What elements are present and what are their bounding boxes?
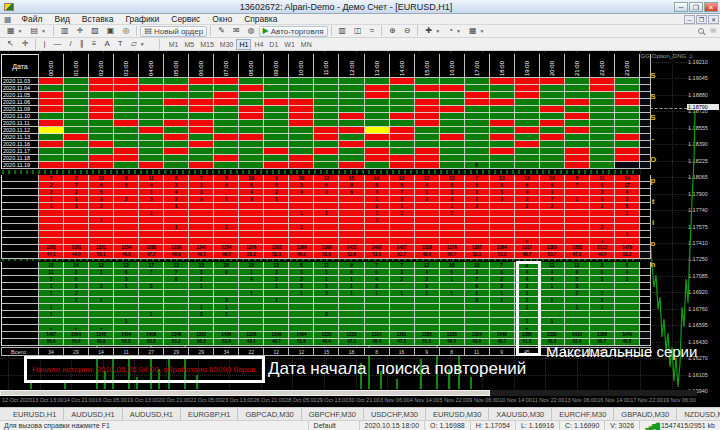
web-button[interactable]: ◍ bbox=[244, 26, 259, 37]
heatmap-cell bbox=[565, 113, 590, 120]
stat-cell bbox=[314, 318, 339, 325]
market-watch-button[interactable]: ▥ bbox=[57, 26, 73, 37]
menu-item[interactable]: Вставка bbox=[76, 14, 120, 24]
stat-cell bbox=[415, 238, 440, 245]
time-axis[interactable]: 12 Oct 202013 Oct 13:0014 Oct 21:0016 Oc… bbox=[2, 397, 696, 403]
vertical-line-button[interactable]: | bbox=[39, 39, 49, 50]
timeframe-mn[interactable]: MN bbox=[298, 39, 315, 50]
chart-tab[interactable]: AUDUSD,H1 bbox=[64, 408, 122, 420]
chart-tab[interactable]: EURUSD,H1 bbox=[6, 408, 64, 420]
heatmap-cell bbox=[264, 99, 289, 106]
heatmap-cell bbox=[114, 148, 139, 155]
community-icon[interactable]: ✉ bbox=[710, 27, 716, 35]
terminal-button[interactable]: ▣ bbox=[103, 26, 119, 37]
timeframe-m15[interactable]: M15 bbox=[197, 39, 217, 50]
stat-cell: 3 bbox=[89, 269, 114, 276]
time-tick-label: 5 Nov 22:00 bbox=[440, 397, 470, 403]
timeframe-w1[interactable]: W1 bbox=[281, 39, 298, 50]
strategy-tester-button[interactable]: ◎ bbox=[118, 26, 133, 37]
stat-cell bbox=[139, 231, 164, 238]
timeframe-d1[interactable]: D1 bbox=[266, 39, 281, 50]
timeframe-m30[interactable]: M30 bbox=[217, 39, 237, 50]
chart-tab[interactable]: EURGBP,H1 bbox=[181, 408, 238, 420]
child-restore-button[interactable]: ❐ bbox=[696, 15, 707, 24]
stat-cell: 1 bbox=[189, 304, 214, 311]
chart-tab[interactable]: NZDUSD,M30 bbox=[677, 408, 720, 420]
chart-line-button[interactable]: ≈ bbox=[366, 26, 378, 37]
profiles-button[interactable]: ▤▼ bbox=[27, 26, 51, 37]
chart-tab[interactable]: EURCHF,M30 bbox=[552, 408, 614, 420]
periods-button[interactable]: ◔▼ bbox=[444, 26, 465, 37]
metaeditor-button[interactable]: ✎ bbox=[214, 26, 229, 37]
data-window-button[interactable]: ✛ bbox=[73, 26, 88, 37]
channel-button[interactable]: ∥ bbox=[76, 39, 88, 50]
menu-item[interactable]: Графики bbox=[119, 14, 165, 24]
chart-hscrollbar-thumb[interactable] bbox=[0, 390, 490, 396]
stat-cell: 2 bbox=[365, 203, 390, 210]
timeframe-h1[interactable]: H1 bbox=[236, 39, 251, 50]
restore-button[interactable]: ❐ bbox=[689, 2, 703, 12]
heatmap-cell bbox=[314, 99, 339, 106]
timeframe-h4[interactable]: H4 bbox=[251, 39, 266, 50]
cursor-button[interactable]: ↖ bbox=[3, 39, 18, 50]
menu-item[interactable]: Вид bbox=[48, 14, 75, 24]
auto-trading-button[interactable]: ▶Авто-торговля bbox=[259, 26, 328, 37]
menu-item[interactable]: Окно bbox=[206, 14, 238, 24]
timeframe-m5[interactable]: M5 bbox=[181, 39, 197, 50]
stat-cell bbox=[440, 297, 465, 304]
close-button[interactable]: ✕ bbox=[704, 2, 718, 12]
heatmap-cell bbox=[490, 162, 515, 169]
toolbar-draw: ↖✛|—/∥≡AT▱▼M1M5M15M30H1H4D1W1MN bbox=[0, 38, 720, 51]
chat-button[interactable]: ✉ bbox=[229, 26, 244, 37]
chart-tab[interactable]: GBPCHF,M30 bbox=[302, 408, 364, 420]
heatmap-cell bbox=[440, 134, 465, 141]
stat-cell bbox=[64, 231, 89, 238]
volume-spike bbox=[396, 379, 398, 389]
heatmap-cell bbox=[314, 92, 339, 99]
chart-hscrollbar[interactable] bbox=[0, 390, 697, 396]
chart-tab[interactable]: AUDUSD,H1 bbox=[123, 408, 181, 420]
chart-tab[interactable]: GBPAUD,M30 bbox=[614, 408, 677, 420]
heatmap-cell bbox=[189, 106, 214, 113]
chart-tab[interactable]: EURUSD,M30 bbox=[426, 408, 489, 420]
new-order-button[interactable]: ▤Новый ордер bbox=[140, 26, 207, 37]
crosshair-button[interactable]: ✛ bbox=[18, 39, 33, 50]
menu-item[interactable]: Справка bbox=[238, 14, 283, 24]
stat-cell: 3 bbox=[390, 196, 415, 203]
stats-row-G: 6161412131713152010138119771210107811113… bbox=[1, 262, 651, 269]
chart-bars-button[interactable]: ▥ bbox=[335, 26, 351, 37]
heatmap-cell bbox=[114, 78, 139, 85]
trend-line-button[interactable]: / bbox=[65, 39, 75, 50]
search-icon[interactable] bbox=[698, 28, 704, 34]
chart-tab[interactable]: XAUUSD,M30 bbox=[489, 408, 552, 420]
chart-tab[interactable]: USDCHF,M30 bbox=[364, 408, 426, 420]
text-button[interactable]: A bbox=[100, 39, 113, 50]
heatmap-cell bbox=[314, 85, 339, 92]
zoom-in-button[interactable]: ⊕ bbox=[385, 26, 400, 37]
indicators-button[interactable]: ✚▼ bbox=[421, 26, 444, 37]
text-label-button[interactable]: T bbox=[114, 39, 127, 50]
chart-tab[interactable]: GBPCAD,M30 bbox=[238, 408, 301, 420]
heatmap-cell bbox=[465, 78, 490, 85]
stat-cell: 8 bbox=[465, 182, 490, 189]
menu-item[interactable]: Сервис bbox=[165, 14, 206, 24]
horizontal-line-button[interactable]: — bbox=[49, 39, 65, 50]
new-chart-button[interactable]: ▦▼ bbox=[3, 26, 27, 37]
timeframe-m1[interactable]: M1 bbox=[166, 39, 182, 50]
child-close-button[interactable]: ✕ bbox=[708, 15, 719, 24]
stat-cell bbox=[515, 224, 540, 231]
zoom-out-button[interactable]: ⊖ bbox=[400, 26, 415, 37]
status-profile[interactable]: Default bbox=[308, 421, 359, 430]
heatmap-cell bbox=[189, 99, 214, 106]
fibonacci-button[interactable]: ≡ bbox=[88, 39, 101, 50]
menu-item[interactable]: Файл bbox=[16, 14, 49, 24]
shapes-button[interactable]: ▱▼ bbox=[127, 39, 149, 50]
pct-cell: 44.0 bbox=[64, 252, 89, 259]
child-minimize-button[interactable]: ─ bbox=[684, 15, 695, 24]
stat-cell: 2 bbox=[390, 276, 415, 283]
templates-button[interactable]: ▦▼ bbox=[465, 26, 489, 37]
minimize-button[interactable]: ─ bbox=[674, 2, 688, 12]
total-cell: 1369 bbox=[314, 245, 339, 252]
chart-candles-button[interactable]: ◫ bbox=[350, 26, 366, 37]
navigator-button[interactable]: ▨ bbox=[87, 26, 103, 37]
